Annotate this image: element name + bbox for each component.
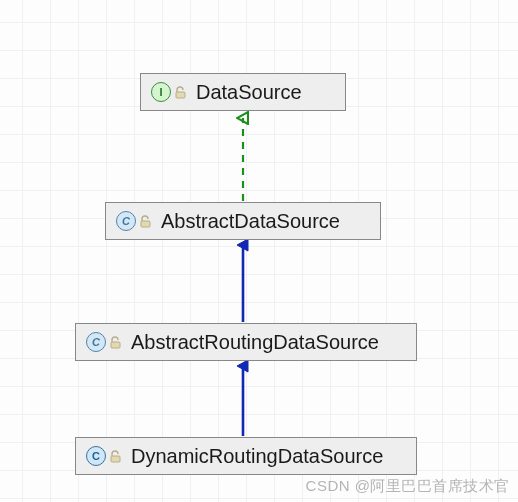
lock-icon (110, 450, 121, 463)
node-label: AbstractDataSource (161, 210, 340, 233)
node-datasource[interactable]: I DataSource (140, 73, 346, 111)
svg-rect-1 (141, 221, 150, 227)
node-abstract-routing-datasource[interactable]: C AbstractRoutingDataSource (75, 323, 417, 361)
node-label: DynamicRoutingDataSource (131, 445, 383, 468)
lock-icon (110, 336, 121, 349)
node-label: AbstractRoutingDataSource (131, 331, 379, 354)
svg-rect-0 (176, 92, 185, 98)
class-icon: C (86, 446, 106, 466)
class-icon: C (116, 211, 136, 231)
interface-icon: I (151, 82, 171, 102)
watermark: CSDN @阿里巴巴首席技术官 (306, 477, 510, 496)
node-label: DataSource (196, 81, 302, 104)
svg-rect-2 (111, 342, 120, 348)
svg-rect-3 (111, 456, 120, 462)
class-icon: C (86, 332, 106, 352)
node-abstract-datasource[interactable]: C AbstractDataSource (105, 202, 381, 240)
lock-icon (140, 215, 151, 228)
node-dynamic-routing-datasource[interactable]: C DynamicRoutingDataSource (75, 437, 417, 475)
lock-icon (175, 86, 186, 99)
diagram-canvas: I DataSource C AbstractDataSource C (0, 0, 518, 502)
